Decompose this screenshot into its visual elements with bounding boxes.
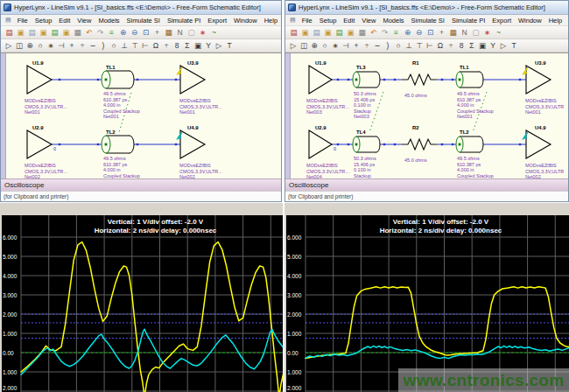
undo-icon[interactable]: ↶ — [83, 27, 95, 38]
menu-file[interactable]: File — [14, 17, 32, 24]
redo-icon[interactable]: ↷ — [379, 27, 390, 38]
impedance-component-icon[interactable]: Ω — [435, 40, 446, 52]
board-view-icon[interactable]: ▦ — [163, 27, 174, 38]
title-bar[interactable]: HyperLynx - LineSim v9.1 - [SI_basics.ff… — [285, 1, 568, 15]
zoom-area-icon[interactable]: ⊡ — [425, 27, 436, 38]
ic-component-icon[interactable]: ◫ — [299, 40, 309, 52]
menu-setup[interactable]: Setup — [316, 17, 341, 24]
save-file-icon[interactable]: ▤ — [26, 27, 38, 38]
menu-edit[interactable]: Edit — [55, 17, 74, 24]
connector-component-icon[interactable]: ▣ — [193, 40, 203, 52]
select-tool-icon[interactable]: ▷ — [4, 40, 14, 52]
import-icon[interactable]: ▣ — [60, 27, 72, 38]
net-probe-icon[interactable]: ▷ — [498, 40, 509, 52]
net003-net001-circuit[interactable] — [309, 66, 551, 94]
net-probe-icon[interactable]: ▷ — [214, 40, 224, 52]
zoom-in-icon[interactable]: ⊕ — [117, 27, 129, 38]
menu-simulate-si[interactable]: Simulate SI — [123, 17, 164, 24]
open-session-icon[interactable]: ▣ — [38, 27, 49, 38]
menu-simulate-pi[interactable]: Simulate PI — [164, 17, 204, 24]
menu-window[interactable]: Window — [515, 17, 545, 24]
divider-component-icon[interactable]: ÷ — [161, 40, 172, 52]
inductor-component-icon[interactable]: ∼ — [372, 40, 383, 52]
menu-file[interactable]: File — [299, 17, 316, 24]
zoom-area-icon[interactable]: ⊡ — [140, 27, 151, 38]
schematic-canvas[interactable]: U1.9MODvsEZIBISCMOS,3.3V,ULTR...Net001TL… — [1, 52, 281, 178]
buffer-component-icon[interactable]: ⊕ — [309, 40, 320, 52]
net002-circuit[interactable] — [27, 130, 205, 158]
menu-models[interactable]: Models — [379, 17, 407, 24]
pin-component-icon[interactable]: ⊢ — [140, 40, 151, 52]
sum-component-icon[interactable]: Σ — [182, 40, 193, 52]
wizard-icon[interactable]: ∗ — [197, 27, 208, 38]
net-browse-icon[interactable]: N — [174, 27, 186, 38]
oscilloscope-caption-bar[interactable]: Oscilloscope — [285, 178, 568, 191]
save-session-icon[interactable]: ▤ — [49, 27, 60, 38]
ferrite-component-icon[interactable]: 8 — [456, 40, 467, 52]
import-icon[interactable]: ▣ — [345, 27, 356, 38]
resistor-component-icon[interactable]: + — [67, 40, 77, 52]
power-component-icon[interactable]: ○ — [35, 40, 46, 52]
ferrite-component-icon[interactable]: 8 — [172, 40, 182, 52]
net001-circuit[interactable] — [27, 66, 205, 94]
pan-icon[interactable]: + — [436, 27, 447, 38]
menu-setup[interactable]: Setup — [32, 17, 56, 24]
zoom-out-icon[interactable]: ⊖ — [129, 27, 140, 38]
save-file-icon[interactable]: ▤ — [311, 27, 322, 38]
zoom-out-icon[interactable]: ⊖ — [413, 27, 425, 38]
menu-simulate-pi[interactable]: Simulate PI — [448, 17, 488, 24]
via-component-icon[interactable]: ○ — [393, 40, 404, 52]
transistor-component-icon[interactable]: ∗ — [46, 40, 56, 52]
text-tool-icon[interactable]: T — [509, 40, 519, 52]
net004-net002-circuit[interactable] — [309, 130, 551, 158]
save-session-icon[interactable]: ▤ — [334, 27, 345, 38]
transistor-component-icon[interactable]: ∗ — [330, 40, 341, 52]
diode-component-icon[interactable]: ⊣ — [56, 40, 67, 52]
inductor-component-icon[interactable]: ∼ — [88, 40, 98, 52]
divider-component-icon[interactable]: ÷ — [446, 40, 456, 52]
undo-icon[interactable]: ↶ — [368, 27, 379, 38]
stub-component-icon[interactable]: ⊤ — [414, 40, 425, 52]
menu-view[interactable]: View — [74, 17, 95, 24]
menu-simulate-si[interactable]: Simulate SI — [408, 17, 448, 24]
pan-icon[interactable]: + — [151, 27, 163, 38]
open-file-icon[interactable]: ▣ — [15, 27, 26, 38]
ground-component-icon[interactable]: ⊥ — [404, 40, 414, 52]
menu-models[interactable]: Models — [95, 17, 123, 24]
menu-export[interactable]: Export — [204, 17, 230, 24]
print-icon[interactable]: ▦ — [356, 27, 368, 38]
report-icon[interactable]: ▢ — [186, 27, 197, 38]
tline-component-icon[interactable]: ) — [98, 40, 109, 52]
menu-edit[interactable]: Edit — [340, 17, 358, 24]
oscilloscope-icon[interactable]: ~ — [208, 27, 220, 38]
y-junction-icon[interactable]: Y — [203, 40, 214, 52]
new-file-icon[interactable]: ▤ — [288, 27, 299, 38]
zoom-in-icon[interactable]: ⊕ — [402, 27, 413, 38]
connector-component-icon[interactable]: ▣ — [477, 40, 488, 52]
menu-export[interactable]: Export — [488, 17, 515, 24]
resistor-component-icon[interactable]: + — [351, 40, 362, 52]
oscilloscope-caption-bar[interactable]: Oscilloscope — [1, 178, 281, 191]
via-component-icon[interactable]: ○ — [109, 40, 119, 52]
menu-window[interactable]: Window — [230, 17, 261, 24]
select-tool-icon[interactable]: ▷ — [288, 40, 299, 52]
report-icon[interactable]: ▢ — [470, 27, 481, 38]
pin-component-icon[interactable]: ⊢ — [425, 40, 435, 52]
buffer-component-icon[interactable]: ⊕ — [25, 40, 35, 52]
schematic-canvas[interactable]: U1.9MODvsEZIBISCMOS,3.3V,ULTR...Net003TL… — [285, 52, 568, 178]
menu-help[interactable]: Help — [261, 17, 281, 24]
new-file-icon[interactable]: ▤ — [4, 27, 15, 38]
tline-component-icon[interactable]: ) — [383, 40, 393, 52]
wizard-icon[interactable]: ∗ — [481, 27, 493, 38]
capacitor-component-icon[interactable]: ÷ — [77, 40, 88, 52]
menu-view[interactable]: View — [358, 17, 379, 24]
title-bar[interactable]: HyperLynx - LineSim v9.1 - [SI_basics.ff… — [1, 1, 281, 15]
sum-component-icon[interactable]: Σ — [467, 40, 477, 52]
y-junction-icon[interactable]: Y — [488, 40, 498, 52]
text-tool-icon[interactable]: T — [224, 40, 235, 52]
stackup-editor-icon[interactable]: ≡ — [106, 27, 117, 38]
ground-component-icon[interactable]: ⊥ — [119, 40, 130, 52]
redo-icon[interactable]: ↷ — [95, 27, 106, 38]
ic-component-icon[interactable]: ◫ — [14, 40, 25, 52]
diode-component-icon[interactable]: ⊣ — [341, 40, 351, 52]
